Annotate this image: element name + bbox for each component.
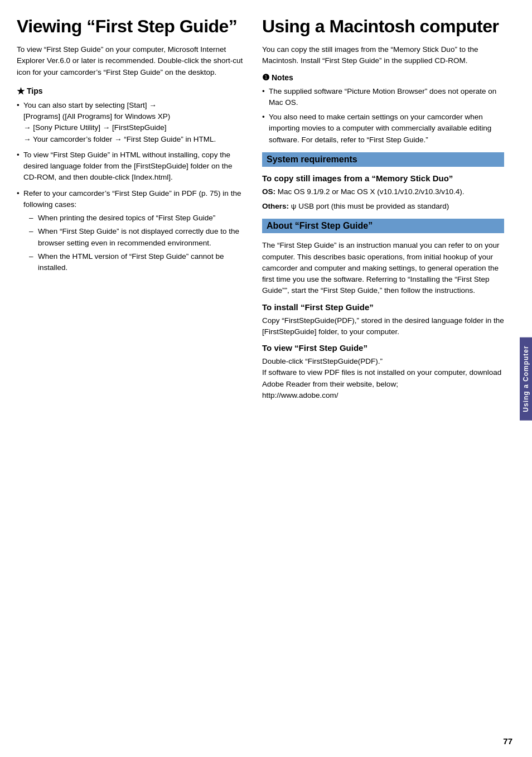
tips-label: Tips	[27, 86, 43, 95]
tips-sub-item-3: When the HTML version of “First Step Gui…	[29, 251, 245, 274]
notes-item-2: You also need to make certain settings o…	[262, 112, 504, 146]
os-label: OS:	[262, 187, 275, 196]
tips-sub-item-1: When printing the desired topics of “Fir…	[29, 213, 245, 224]
about-guide-body: The “First Step Guide” is an instruction…	[262, 240, 504, 296]
view-guide-title: To view “First Step Guide”	[262, 343, 504, 353]
notes-header: ❶ Notes	[262, 73, 504, 83]
tips-header: ★ Tips	[17, 86, 245, 97]
page: Viewing “First Step Guide” To view “Firs…	[0, 0, 532, 757]
notes-icon: ❶	[262, 73, 269, 83]
notes-list: The supplied software “Picture Motion Br…	[262, 86, 504, 146]
install-guide-title: To install “First Step Guide”	[262, 302, 504, 312]
about-guide-bar: About “First Step Guide”	[262, 219, 504, 233]
others-row: Others: ψ USB port (this must be provide…	[262, 201, 504, 212]
side-tab: Using a Computer	[520, 337, 532, 420]
tips-section: ★ Tips You can also start by selecting […	[17, 86, 245, 274]
tips-item-1-text: You can also start by selecting [Start] …	[23, 101, 216, 143]
left-column: Viewing “First Step Guide” To view “Firs…	[17, 17, 257, 740]
others-label: Others:	[262, 202, 289, 210]
left-intro: To view “First Step Guide” on your compu…	[17, 44, 245, 78]
system-requirements-bar: System requirements	[262, 152, 504, 167]
notes-label: Notes	[272, 73, 293, 82]
right-column: Using a Macintosh computer You can copy …	[257, 17, 521, 740]
right-title: Using a Macintosh computer	[262, 17, 504, 36]
os-value: Mac OS 9.1/9.2 or Mac OS X (v10.1/v10.2/…	[278, 187, 465, 196]
notes-section: ❶ Notes The supplied software “Picture M…	[262, 73, 504, 146]
tips-item-2: To view “First Step Guide” in HTML witho…	[17, 150, 245, 184]
tips-item-1: You can also start by selecting [Start] …	[17, 100, 245, 145]
sys-req-subsection-title: To copy still images from a “Memory Stic…	[262, 173, 504, 183]
right-intro: You can copy the still images from the “…	[262, 44, 504, 67]
tips-item-3-text: Refer to your camcorder’s “First Step Gu…	[23, 189, 241, 209]
left-title: Viewing “First Step Guide”	[17, 17, 245, 36]
others-value: ψ USB port (this must be provided as sta…	[291, 202, 449, 210]
tips-item-3: Refer to your camcorder’s “First Step Gu…	[17, 188, 245, 274]
tips-list: You can also start by selecting [Start] …	[17, 100, 245, 274]
notes-item-1: The supplied software “Picture Motion Br…	[262, 86, 504, 109]
install-guide-body: Copy “FirstStepGuide(PDF),” stored in th…	[262, 315, 504, 338]
page-number: 77	[503, 736, 512, 746]
tips-sub-list: When printing the desired topics of “Fir…	[23, 213, 245, 273]
tips-sub-item-2: When “First Step Guide” is not displayed…	[29, 226, 245, 249]
os-row: OS: Mac OS 9.1/9.2 or Mac OS X (v10.1/v1…	[262, 186, 504, 197]
tips-item-2-text: To view “First Step Guide” in HTML witho…	[23, 151, 232, 182]
tips-icon: ★	[17, 86, 25, 97]
view-guide-body: Double-click “FirstStepGuide(PDF).” If s…	[262, 356, 504, 401]
